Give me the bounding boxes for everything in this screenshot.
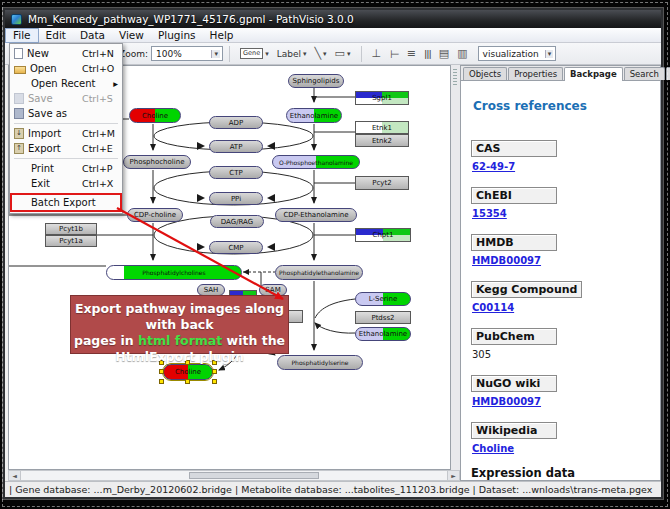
scrollbar-thumb[interactable] — [189, 472, 319, 479]
xref-database-header: Wikipedia — [471, 422, 557, 439]
align-center-horizontal-button[interactable]: ⊥ — [386, 45, 402, 63]
xref-database-header: ChEBI — [471, 187, 557, 204]
metabolite-node-cdp-ethanolamine[interactable]: CDP-Ethanolamine — [275, 208, 357, 222]
file-menu-item-save[interactable]: SaveCtrl+S — [11, 91, 121, 106]
metabolite-node-cmp[interactable]: CMP — [209, 241, 263, 254]
metabolite-node-ctp[interactable]: CTP — [209, 166, 263, 179]
distribute-vertical-button[interactable]: ||| — [421, 45, 434, 63]
menu-file[interactable]: File — [5, 28, 39, 43]
node-label: Ptdss2 — [370, 314, 395, 322]
xref-link[interactable]: 15354 — [472, 208, 650, 219]
tab-objects[interactable]: Objects — [463, 67, 507, 80]
file-menu-item-batch-export[interactable]: Batch Export — [11, 194, 121, 211]
metabolite-node-phosphatidylcholines[interactable]: Phosphatidylcholines — [106, 265, 242, 280]
xref-link[interactable]: C00114 — [472, 302, 650, 313]
selection-handle[interactable] — [159, 369, 164, 374]
menu-plugins[interactable]: Plugins — [151, 28, 203, 43]
xref-database-header: CAS — [471, 140, 557, 157]
metabolite-node-dag-rag[interactable]: DAG/RAG — [210, 215, 264, 228]
metabolite-node-ethanolamine[interactable]: Ethanolamine — [286, 108, 342, 123]
scroll-left-arrow[interactable]: ◄ — [9, 471, 21, 480]
xref-database-header: Kegg Compound — [471, 281, 582, 298]
gene-node-pcyt1b[interactable]: Pcyt1b — [45, 223, 97, 235]
gene-node-sgpl1[interactable]: Sgpl1 — [355, 91, 409, 105]
metabolite-node-phosphocholine[interactable]: Phosphocholine — [123, 155, 191, 169]
selection-handle[interactable] — [185, 379, 190, 384]
gene-node-chpt1[interactable]: Chpt1 — [355, 228, 411, 242]
stack-horizontal-button[interactable]: ▤ — [436, 45, 452, 63]
gene-node-pcyt1a[interactable]: Pcyt1a — [45, 235, 97, 247]
tab-backpage[interactable]: Backpage — [564, 67, 623, 81]
file-menu-item-exit[interactable]: ExitCtrl+X — [11, 176, 121, 191]
add-line-button[interactable]: ╲▾ — [311, 45, 329, 63]
scroll-right-arrow[interactable]: ► — [447, 471, 459, 480]
menu-edit[interactable]: Edit — [39, 28, 73, 43]
metabolite-node-l-serine[interactable]: L-Serine — [355, 292, 411, 306]
window-title: Mm_Kennedy_pathway_WP1771_45176.gpml - P… — [28, 13, 354, 25]
metabolite-node-o-phosphoethanolamine[interactable]: O-Phosphoethanolamine — [272, 155, 360, 169]
file-menu-item-open-recent[interactable]: Open Recent▸ — [11, 76, 121, 91]
stack-vertical-button[interactable]: ▥ — [454, 45, 470, 63]
canvas-horizontal-scrollbar[interactable]: ◄ ► — [8, 470, 460, 481]
metabolite-node-ethanolamine[interactable]: Ethanolamine — [355, 327, 411, 341]
cross-references-heading: Cross references — [473, 99, 650, 113]
file-menu-item-label: Open — [30, 63, 82, 74]
tab-properties[interactable]: Properties — [508, 67, 563, 80]
gene-node-ptdss2[interactable]: Ptdss2 — [355, 311, 411, 324]
annotation-highlight: html format — [138, 333, 222, 348]
metabolite-node-cdp-choline[interactable]: CDP-choline — [127, 208, 183, 222]
file-menu-item-save-as[interactable]: Save as — [11, 106, 121, 121]
metabolite-node-choline[interactable]: Choline — [129, 108, 181, 123]
xref-link[interactable]: Choline — [472, 443, 650, 454]
file-menu-item-print[interactable]: PrintCtrl+P — [11, 161, 121, 176]
tab-legend[interactable]: Legend — [666, 67, 670, 80]
file-menu-item-new[interactable]: NewCtrl+N — [11, 46, 121, 61]
add-shape-button[interactable]: ▭▾ — [332, 45, 354, 63]
xref-link[interactable]: HMDB00097 — [472, 255, 650, 266]
visualization-combobox[interactable]: visualization▾ — [478, 46, 556, 61]
file-menu-item-export[interactable]: ↑ExportCtrl+E — [11, 141, 121, 156]
node-label: Choline — [141, 112, 169, 120]
menu-view[interactable]: View — [112, 28, 151, 43]
menu-shortcut: Ctrl+P — [82, 163, 118, 174]
add-datanode-button[interactable]: Gene▾ — [237, 45, 272, 63]
metabolite-node-phosphatidylethanolamine[interactable]: Phosphatidylethanolamine — [275, 265, 363, 280]
selection-handle[interactable] — [159, 379, 164, 384]
toolbar-separator — [229, 46, 230, 62]
menu-shortcut: Ctrl+X — [82, 178, 118, 189]
gene-node-etnk1[interactable]: Etnk1 — [355, 121, 409, 134]
panel-splitter[interactable] — [451, 65, 460, 470]
file-menu-item-import[interactable]: ↓ImportCtrl+M — [11, 126, 121, 141]
zoom-combobox[interactable]: 100%▾ — [151, 46, 223, 61]
xref-section-cas: CAS62-49-7 — [471, 137, 650, 172]
add-label-button[interactable]: Label▾ — [274, 45, 310, 63]
menu-help[interactable]: Help — [203, 28, 241, 43]
xref-link[interactable]: HMDB00097 — [472, 396, 650, 407]
metabolite-node-atp[interactable]: ATP — [209, 140, 263, 153]
file-menu-item-open[interactable]: OpenCtrl+O — [11, 61, 121, 76]
distribute-horizontal-button[interactable]: ≡ — [404, 45, 419, 63]
metabolite-node-adp[interactable]: ADP — [209, 116, 263, 129]
import-icon: ↓ — [14, 128, 24, 139]
align-center-horizontal-icon: ⊥ — [388, 49, 400, 59]
metabolite-node-ppi[interactable]: PPi — [209, 192, 263, 205]
node-label: DAG/RAG — [220, 218, 254, 226]
selection-handle[interactable] — [212, 369, 217, 374]
chevron-down-icon: ▾ — [211, 50, 220, 58]
selection-handle[interactable] — [212, 379, 217, 384]
annotation-line2: pages in — [74, 333, 138, 348]
gene-node-pcyt2[interactable]: Pcyt2 — [355, 176, 409, 190]
chevron-down-icon: ▾ — [545, 50, 554, 58]
metabolite-node-sphingolipids[interactable]: Sphingolipids — [288, 74, 344, 88]
xref-link[interactable]: 62-49-7 — [472, 161, 650, 172]
xref-value: 305 — [472, 349, 650, 360]
metabolite-node-phosphatidylserine[interactable]: Phosphatidylserine — [277, 355, 363, 370]
metabolite-node-choline[interactable]: Choline — [163, 364, 213, 380]
node-label: Phosphatidylserine — [291, 359, 350, 366]
menu-data[interactable]: Data — [73, 28, 112, 43]
align-center-vertical-button[interactable]: ⊥ — [369, 45, 385, 63]
menu-icon-spacer — [14, 197, 27, 208]
gene-node-etnk2[interactable]: Etnk2 — [355, 134, 409, 147]
line-icon: ╲ — [314, 48, 321, 60]
tab-search[interactable]: Search — [624, 67, 665, 80]
